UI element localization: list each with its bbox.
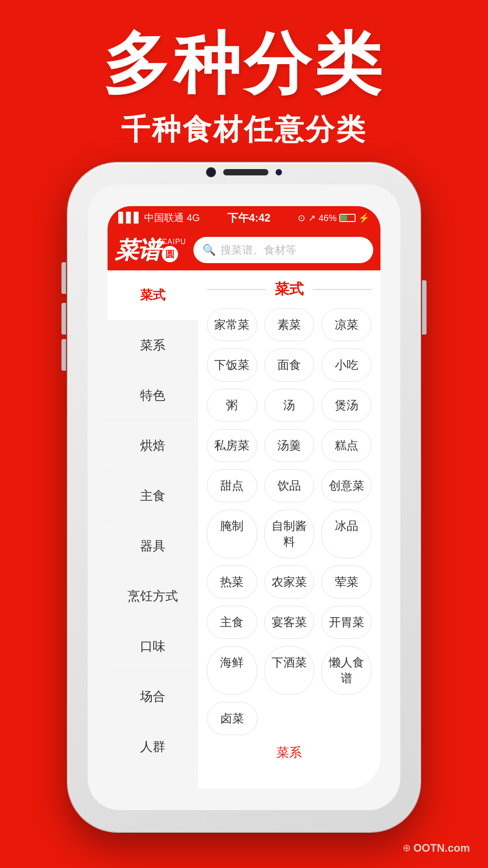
sidebar-item-10[interactable]: 节日 bbox=[108, 772, 198, 788]
location-icon: ⊙ bbox=[298, 212, 305, 223]
charge-icon: ⚡ bbox=[358, 212, 370, 223]
tag-2-2[interactable]: 煲汤 bbox=[321, 389, 371, 422]
tag-2-0[interactable]: 粥 bbox=[207, 389, 257, 422]
status-left: ▋▋▋ 中国联通 4G bbox=[118, 211, 200, 225]
logo-pinyin: CAIPU bbox=[162, 238, 186, 246]
hero-title: 多种分类 bbox=[0, 27, 488, 101]
sensor bbox=[276, 169, 282, 175]
tags-row-6: 热菜农家菜荤菜 bbox=[207, 566, 371, 599]
tags-row-7: 主食宴客菜开胃菜 bbox=[207, 606, 371, 639]
tag-3-0[interactable]: 私房菜 bbox=[207, 429, 257, 462]
tag-5-2[interactable]: 冰品 bbox=[321, 509, 371, 558]
tag-0-2[interactable]: 凉菜 bbox=[321, 308, 371, 341]
sidebar-item-6[interactable]: 烹饪方式 bbox=[108, 571, 198, 622]
sidebar-item-8[interactable]: 场合 bbox=[108, 672, 198, 722]
app-header: 菜谱 CAIPU 圆 🔍 搜菜谱、食材等 bbox=[108, 230, 380, 270]
tag-2-1[interactable]: 汤 bbox=[264, 389, 314, 422]
watermark: ⊕ OOTN.com bbox=[403, 842, 470, 854]
logo-text: 菜谱 bbox=[115, 238, 160, 262]
sidebar-item-1[interactable]: 菜系 bbox=[108, 321, 198, 371]
sidebar-item-7[interactable]: 口味 bbox=[108, 622, 198, 672]
tags-row-5: 腌制自制酱料冰品 bbox=[207, 509, 371, 558]
sidebar-item-2[interactable]: 特色 bbox=[108, 371, 198, 421]
sidebar-item-4[interactable]: 主食 bbox=[108, 471, 198, 521]
tag-5-1[interactable]: 自制酱料 bbox=[264, 509, 314, 558]
phone-mockup: ▋▋▋ 中国联通 4G 下午4:42 ⊙ ↗ 46% ⚡ bbox=[68, 163, 420, 832]
hero-subtitle: 千种食材任意分类 bbox=[0, 110, 488, 149]
speaker bbox=[223, 169, 268, 175]
tags-row-2: 粥汤煲汤 bbox=[207, 389, 371, 422]
sidebar-item-9[interactable]: 人群 bbox=[108, 722, 198, 772]
status-time: 下午4:42 bbox=[227, 211, 271, 225]
tag-8-0[interactable]: 海鲜 bbox=[207, 646, 257, 695]
sidebar: 菜式菜系特色烘焙主食器具烹饪方式口味场合人群节日 bbox=[108, 270, 198, 788]
battery-bar bbox=[339, 214, 356, 222]
tag-4-0[interactable]: 甜点 bbox=[207, 469, 257, 502]
tag-9-0[interactable]: 卤菜 bbox=[207, 702, 258, 735]
tag-5-0[interactable]: 腌制 bbox=[207, 509, 257, 558]
content-area: 菜式菜系特色烘焙主食器具烹饪方式口味场合人群节日 菜式 家常菜素菜凉菜下饭菜面食… bbox=[108, 270, 380, 788]
logo-small: CAIPU 圆 bbox=[162, 238, 186, 262]
tags-row-8: 海鲜下酒菜懒人食谱 bbox=[207, 646, 371, 695]
signal-icon: ▋▋▋ bbox=[118, 212, 141, 224]
tag-1-1[interactable]: 面食 bbox=[264, 349, 314, 382]
tag-empty-9-0 bbox=[265, 702, 314, 735]
phone-hardware bbox=[199, 167, 289, 177]
status-right: ⊙ ↗ 46% ⚡ bbox=[298, 212, 370, 223]
battery-percent: 46% bbox=[319, 213, 337, 223]
tag-8-1[interactable]: 下酒菜 bbox=[264, 646, 314, 695]
app-logo: 菜谱 CAIPU 圆 bbox=[115, 238, 186, 262]
tag-empty-9-1 bbox=[322, 702, 371, 735]
battery-fill bbox=[341, 215, 347, 221]
tag-0-0[interactable]: 家常菜 bbox=[207, 308, 257, 341]
sidebar-item-5[interactable]: 器具 bbox=[108, 521, 198, 571]
tags-row-4: 甜点饮品创意菜 bbox=[207, 469, 371, 502]
category-title: 菜式 bbox=[207, 279, 371, 299]
carrier: 中国联通 bbox=[144, 211, 184, 225]
status-bar: ▋▋▋ 中国联通 4G 下午4:42 ⊙ ↗ 46% ⚡ bbox=[108, 206, 380, 230]
tag-3-2[interactable]: 糕点 bbox=[321, 429, 371, 462]
search-icon: 🔍 bbox=[202, 244, 216, 256]
phone-body: ▋▋▋ 中国联通 4G 下午4:42 ⊙ ↗ 46% ⚡ bbox=[68, 163, 420, 832]
watermark-icon: ⊕ bbox=[403, 842, 411, 854]
right-content: 菜式 家常菜素菜凉菜下饭菜面食小吃粥汤煲汤私房菜汤羹糕点甜点饮品创意菜腌制自制酱… bbox=[198, 270, 380, 788]
tag-6-1[interactable]: 农家菜 bbox=[264, 566, 314, 599]
camera bbox=[206, 167, 216, 177]
logo-circle-icon: 圆 bbox=[165, 248, 174, 260]
tag-6-0[interactable]: 热菜 bbox=[207, 566, 257, 599]
network-type: 4G bbox=[187, 212, 200, 224]
hero-section: 多种分类 千种食材任意分类 bbox=[0, 27, 488, 149]
sidebar-item-0[interactable]: 菜式 bbox=[108, 270, 198, 321]
tag-4-1[interactable]: 饮品 bbox=[264, 469, 314, 502]
tags-grid: 家常菜素菜凉菜下饭菜面食小吃粥汤煲汤私房菜汤羹糕点甜点饮品创意菜腌制自制酱料冰品… bbox=[207, 308, 371, 735]
search-placeholder-text: 搜菜谱、食材等 bbox=[221, 243, 296, 257]
tag-6-2[interactable]: 荤菜 bbox=[321, 566, 371, 599]
sidebar-item-3[interactable]: 烘焙 bbox=[108, 421, 198, 471]
tag-7-1[interactable]: 宴客菜 bbox=[264, 606, 314, 639]
tags-row-1: 下饭菜面食小吃 bbox=[207, 349, 371, 382]
tag-0-1[interactable]: 素菜 bbox=[264, 308, 314, 341]
tags-row-9: 卤菜 bbox=[207, 702, 371, 735]
tags-row-3: 私房菜汤羹糕点 bbox=[207, 429, 371, 462]
arrow-icon: ↗ bbox=[308, 212, 316, 223]
watermark-site: OOTN.com bbox=[413, 842, 470, 854]
search-bar[interactable]: 🔍 搜菜谱、食材等 bbox=[193, 237, 373, 263]
phone-screen: ▋▋▋ 中国联通 4G 下午4:42 ⊙ ↗ 46% ⚡ bbox=[88, 184, 400, 810]
tag-1-0[interactable]: 下饭菜 bbox=[207, 349, 257, 382]
logo-circle: 圆 bbox=[162, 246, 178, 262]
tag-1-2[interactable]: 小吃 bbox=[321, 349, 371, 382]
tag-3-1[interactable]: 汤羹 bbox=[264, 429, 314, 462]
tag-4-2[interactable]: 创意菜 bbox=[321, 469, 371, 502]
next-category-hint: 菜系 bbox=[207, 744, 371, 766]
tag-7-0[interactable]: 主食 bbox=[207, 606, 257, 639]
tags-row-0: 家常菜素菜凉菜 bbox=[207, 308, 371, 341]
tag-7-2[interactable]: 开胃菜 bbox=[321, 606, 371, 639]
tag-8-2[interactable]: 懒人食谱 bbox=[321, 646, 371, 695]
